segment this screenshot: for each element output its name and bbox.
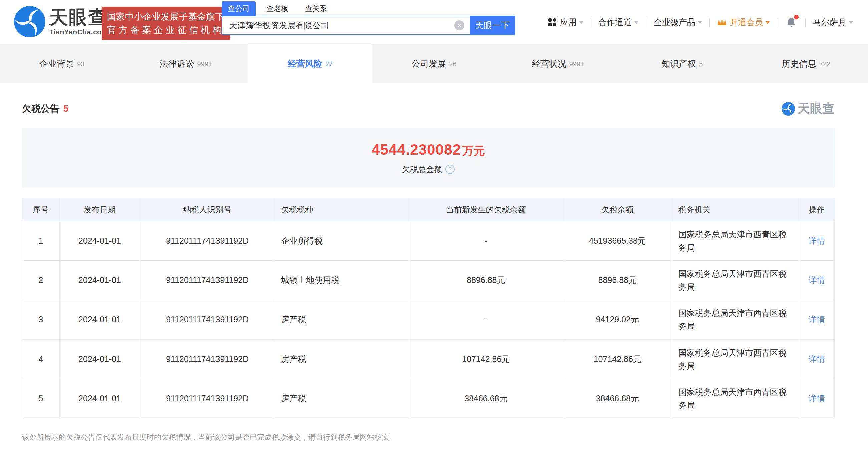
cell-index: 5 <box>22 379 60 418</box>
site-logo[interactable]: 天眼查 TianYanCha.com <box>14 6 108 37</box>
cell-taxpayer-id: 91120111741391192D <box>140 379 275 418</box>
user-menu[interactable]: 马尔萨月 <box>813 17 853 28</box>
tab-intellectual-property[interactable]: 知识产权 5 <box>620 44 744 83</box>
col-tax-authority: 税务机关 <box>672 198 799 221</box>
section-head: 欠税公告 5 天眼查 <box>22 100 835 117</box>
tab-label: 经营风险 <box>287 58 322 70</box>
cell-tax-authority: 国家税务总局天津市西青区税务局 <box>672 379 799 418</box>
nav-apps-label: 应用 <box>560 17 577 28</box>
cell-new-arrears: 8896.88元 <box>409 261 563 300</box>
nav-apps[interactable]: 应用 <box>548 17 584 28</box>
col-tax-type: 欠税税种 <box>275 198 409 221</box>
tab-label: 企业背景 <box>39 58 74 70</box>
detail-link[interactable]: 详情 <box>808 236 825 245</box>
detail-link[interactable]: 详情 <box>808 275 825 285</box>
detail-link[interactable]: 详情 <box>808 394 825 403</box>
search-tab-boss[interactable]: 查老板 <box>260 1 294 16</box>
cell-tax-type: 城镇土地使用税 <box>275 261 409 300</box>
search-input[interactable] <box>222 17 470 34</box>
notification-badge-dot <box>794 15 799 19</box>
cell-index: 1 <box>22 221 60 261</box>
arrears-summary-card: 4544.230082 万元 欠税总金额 ? <box>22 128 835 188</box>
tianyancha-logo-icon <box>14 6 45 37</box>
cell-taxpayer-id: 91120111741391192D <box>140 261 275 300</box>
table-row: 3 2024-01-01 91120111741391192D 房产税 - 94… <box>22 300 835 339</box>
tab-count: 26 <box>449 60 456 68</box>
detail-link[interactable]: 详情 <box>808 354 825 363</box>
crown-icon <box>717 18 727 27</box>
cell-new-arrears: - <box>409 300 563 339</box>
site-header: 天眼查 TianYanCha.com 国家中小企业发展子基金旗下 官方备案企业征… <box>0 0 868 44</box>
search-row: × 天眼一下 <box>221 16 515 35</box>
cell-taxpayer-id: 91120111741391192D <box>140 339 275 379</box>
tab-label: 经营状况 <box>532 58 566 70</box>
cell-new-arrears: - <box>409 221 563 261</box>
cell-action: 详情 <box>799 339 834 379</box>
cell-arrears-balance: 107142.86元 <box>563 339 672 379</box>
top-nav: 应用 合作通道 企业级产品 开通会员 <box>548 0 853 44</box>
nav-divider <box>777 18 777 27</box>
tab-label: 知识产权 <box>661 58 696 70</box>
search-tab-company[interactable]: 查公司 <box>221 1 255 16</box>
main-content: 欠税公告 5 天眼查 4544.230082 万元 欠税总金额 ? <box>0 100 868 442</box>
tab-company-development[interactable]: 公司发展 26 <box>372 44 496 83</box>
company-tabbar: 企业背景 93 法律诉讼 999+ 经营风险 27 公司发展 26 经营状况 9… <box>0 44 868 83</box>
app-grid-icon <box>548 18 557 27</box>
tab-label: 公司发展 <box>411 58 446 70</box>
cell-publish-date: 2024-01-01 <box>60 221 140 261</box>
cell-action: 详情 <box>799 300 834 339</box>
nav-partner-label: 合作通道 <box>598 17 632 28</box>
table-header-row: 序号 发布日期 纳税人识别号 欠税税种 当前新发生的欠税余额 欠税余额 税务机关… <box>22 198 835 221</box>
clear-icon[interactable]: × <box>454 20 464 30</box>
brand-text: 天眼查 TianYanCha.com <box>50 7 108 36</box>
cell-arrears-balance: 38466.68元 <box>563 379 672 418</box>
total-arrears-unit: 万元 <box>462 143 485 158</box>
cell-arrears-balance: 94129.02元 <box>563 300 672 339</box>
cell-tax-authority: 国家税务总局天津市西青区税务局 <box>672 339 799 379</box>
tianyancha-watermark-icon <box>782 102 795 116</box>
chevron-down-icon <box>849 21 853 24</box>
nav-vip-label: 开通会员 <box>730 17 763 28</box>
cell-action: 详情 <box>799 261 834 300</box>
table-row: 4 2024-01-01 91120111741391192D 房产税 1071… <box>22 339 835 379</box>
detail-link[interactable]: 详情 <box>808 315 825 324</box>
tab-operational-risk[interactable]: 经营风险 27 <box>248 44 372 83</box>
cell-tax-authority: 国家税务总局天津市西青区税务局 <box>672 300 799 339</box>
cell-tax-type: 企业所得税 <box>275 221 409 261</box>
search-block: 查公司 查老板 查关系 × 天眼一下 <box>221 2 515 35</box>
certification-badge: 国家中小企业发展子基金旗下 官方备案企业征信机构 <box>102 7 230 40</box>
cell-taxpayer-id: 91120111741391192D <box>140 221 275 261</box>
search-button[interactable]: 天眼一下 <box>470 16 515 35</box>
col-publish-date: 发布日期 <box>60 198 140 221</box>
col-new-arrears: 当前新发生的欠税余额 <box>409 198 563 221</box>
watermark: 天眼查 <box>782 100 835 117</box>
chevron-down-icon <box>698 21 702 24</box>
tab-history-info[interactable]: 历史信息 722 <box>744 44 868 83</box>
watermark-brand-text: 天眼查 <box>798 100 835 117</box>
nav-vip-upgrade[interactable]: 开通会员 <box>717 17 770 28</box>
cell-tax-authority: 国家税务总局天津市西青区税务局 <box>672 261 799 300</box>
certification-badge-line1: 国家中小企业发展子基金旗下 <box>107 10 224 23</box>
tab-company-background[interactable]: 企业背景 93 <box>0 44 124 83</box>
tab-operating-status[interactable]: 经营状况 999+ <box>496 44 620 83</box>
notifications-button[interactable] <box>786 17 796 27</box>
cell-new-arrears: 107142.86元 <box>409 339 563 379</box>
nav-divider <box>709 18 710 27</box>
nav-enterprise-label: 企业级产品 <box>653 17 695 28</box>
table-row: 5 2024-01-01 91120111741391192D 房产税 3846… <box>22 379 835 418</box>
cell-publish-date: 2024-01-01 <box>60 300 140 339</box>
tab-legal-proceedings[interactable]: 法律诉讼 999+ <box>124 44 248 83</box>
tab-count: 999+ <box>197 60 213 68</box>
cell-action: 详情 <box>799 221 834 261</box>
help-icon[interactable]: ? <box>445 164 455 174</box>
disclaimer-note: 该处所展示的欠税公告仅代表发布日期时的欠税情况，当前该公司是否已完成税款缴交，请… <box>22 432 835 442</box>
nav-divider <box>805 18 806 27</box>
search-tab-relation[interactable]: 查关系 <box>299 1 333 16</box>
search-input-wrap: × <box>221 16 470 35</box>
certification-badge-line2: 官方备案企业征信机构 <box>107 23 224 37</box>
nav-divider <box>591 18 591 27</box>
nav-partner-channel[interactable]: 合作通道 <box>598 17 639 28</box>
cell-action: 详情 <box>799 379 834 418</box>
nav-enterprise-products[interactable]: 企业级产品 <box>653 17 702 28</box>
total-arrears-amount: 4544.230082 <box>372 141 461 158</box>
